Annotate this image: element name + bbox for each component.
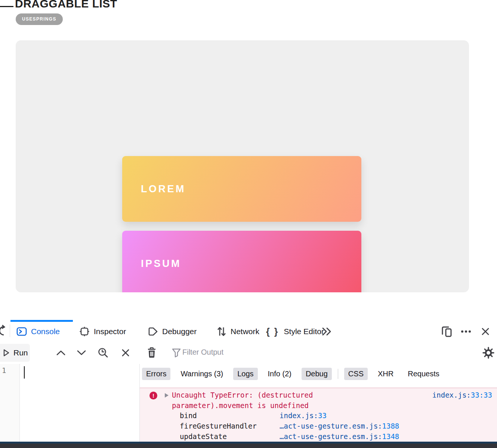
tab-console[interactable]: Console (16, 324, 60, 339)
console-error-row: ! Uncaught TypeError: (destructured para… (140, 388, 497, 442)
devtools-tabbar: Console Inspector (0, 320, 497, 342)
location-file: index.js: (432, 391, 471, 399)
console-settings-gear-button[interactable] (482, 346, 495, 359)
filter-funnel-icon (170, 346, 183, 359)
devtools: Console Inspector (0, 320, 497, 448)
console-content: 1 Errors Warnings (3) Logs Info (2) Debu… (0, 364, 497, 442)
close-devtools-button[interactable] (479, 325, 492, 338)
tab-network[interactable]: Network (217, 324, 259, 339)
close-editor-button[interactable] (119, 346, 132, 359)
filter-requests[interactable]: Requests (404, 368, 444, 380)
responsive-design-mode-button[interactable] (440, 325, 453, 338)
tab-label: Network (231, 327, 259, 336)
inspector-icon (79, 326, 90, 337)
usesprings-badge: USESPRINGS (16, 13, 63, 25)
tab-debugger[interactable]: Debugger (148, 324, 197, 339)
active-tab-indicator (10, 320, 73, 322)
tabbar-right-buttons (440, 324, 492, 339)
filter-warnings[interactable]: Warnings (3) (176, 368, 227, 380)
stack-frame: bind index.js:33 (180, 410, 399, 421)
more-tabs-button[interactable] (321, 324, 333, 339)
draggable-card-lorem[interactable]: LOREM (122, 156, 361, 222)
filter-errors[interactable]: Errors (142, 368, 170, 380)
debugger-icon (148, 327, 158, 336)
play-icon (3, 349, 10, 357)
log-filter-bar: Errors Warnings (3) Logs Info (2) Debug … (142, 368, 444, 380)
clipped-toolbox-icon (0, 324, 5, 337)
frame-location-link[interactable]: …act-use-gesture.esm.js:1348 (280, 431, 399, 442)
tab-style-editor[interactable]: { } Style Editor (266, 324, 324, 339)
tabbar-divider (10, 324, 10, 337)
error-icon: ! (149, 392, 157, 399)
editor-gutter: 1 (0, 364, 20, 442)
tab-label: Debugger (162, 327, 197, 336)
console-toolbar: Run (0, 342, 497, 364)
meatball-menu-button[interactable] (460, 325, 472, 338)
run-label: Run (13, 348, 28, 357)
tab-label: Inspector (94, 327, 126, 336)
tab-label: Console (31, 327, 60, 336)
frame-function: bind (180, 410, 280, 421)
network-icon (217, 326, 226, 337)
filter-css[interactable]: CSS (344, 368, 368, 380)
location-position: 33:33 (471, 391, 492, 399)
tab-inspector[interactable]: Inspector (79, 324, 126, 339)
frame-location-link[interactable]: index.js:33 (280, 410, 327, 421)
console-icon (16, 327, 27, 336)
error-location-link[interactable]: index.js:33:33 (432, 390, 492, 400)
tab-label: Style Editor (284, 327, 324, 336)
text-caret (24, 366, 25, 379)
stack-trace: bind index.js:33 fireGestureHandler …act… (180, 410, 399, 442)
page-title: DRAGGABLE LIST (15, 0, 117, 10)
filter-xhr[interactable]: XHR (374, 368, 398, 380)
history-next-button[interactable] (75, 346, 88, 359)
clear-console-trash-button[interactable] (145, 346, 158, 359)
frame-function: updateState (180, 431, 280, 442)
filter-info[interactable]: Info (2) (264, 368, 296, 380)
console-output-pane: Errors Warnings (3) Logs Info (2) Debug … (140, 364, 497, 442)
chevron-double-right-icon (321, 327, 333, 336)
filter-debug[interactable]: Debug (302, 368, 332, 380)
error-message: Uncaught TypeError: (destructured parame… (172, 390, 325, 411)
screen: DRAGGABLE LIST USESPRINGS LOREM IPSUM (0, 0, 497, 448)
history-previous-button[interactable] (55, 346, 67, 359)
filter-divider (338, 369, 338, 379)
draggable-list-panel: LOREM IPSUM (16, 40, 469, 292)
frame-function: fireGestureHandler (180, 421, 280, 431)
card-label: LOREM (141, 183, 186, 195)
filter-output-input[interactable]: Filter Output (182, 348, 223, 357)
stack-frame: updateState …act-use-gesture.esm.js:1348 (180, 431, 399, 442)
frame-location-link[interactable]: …act-use-gesture.esm.js:1388 (280, 421, 399, 431)
multiline-editor[interactable] (20, 364, 139, 442)
filter-logs[interactable]: Logs (233, 368, 257, 380)
reverse-search-icon[interactable] (97, 346, 109, 359)
heading-underline (0, 6, 13, 7)
line-number: 1 (2, 366, 6, 374)
stack-frame: fireGestureHandler …act-use-gesture.esm.… (180, 421, 399, 431)
card-label: IPSUM (141, 258, 181, 270)
draggable-card-ipsum[interactable]: IPSUM (122, 231, 361, 292)
disclosure-triangle-icon[interactable] (165, 393, 169, 398)
window-bottom-bar (0, 444, 497, 448)
run-button[interactable]: Run (0, 344, 30, 362)
braces-icon: { } (266, 326, 280, 337)
